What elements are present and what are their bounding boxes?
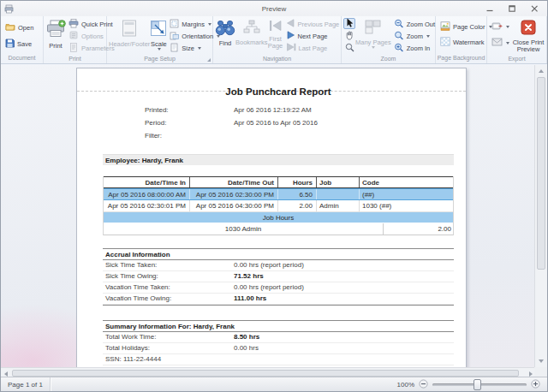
many-pages-icon <box>364 20 383 38</box>
next-page-button[interactable]: Next Page <box>283 30 342 42</box>
scale-button[interactable]: Scale <box>150 18 167 54</box>
window-title: Preview <box>1 5 547 13</box>
meta-value: Apr 05 2016 to Apr 05 2016 <box>234 118 318 128</box>
meta-row-filter: Filter: <box>103 131 454 140</box>
magnifier-tool-button[interactable] <box>343 42 355 53</box>
quick-print-icon <box>68 19 79 30</box>
job-total-name: 1030 Admin <box>104 223 384 235</box>
table-row-selected[interactable]: Apr 05 2016 08:00:00 AM Apr 05 2016 02:3… <box>104 188 453 200</box>
ribbon-group-zoom: Many Pages Zoom Out Zoom Zoom In <box>342 16 436 63</box>
save-icon <box>5 39 15 50</box>
zoom-out-button[interactable]: Zoom Out <box>391 18 438 30</box>
page-indicator: Page 1 of 1 <box>1 377 51 391</box>
zoom-increase-button[interactable] <box>531 379 540 390</box>
zoom-icon <box>394 31 404 42</box>
column-header: Job <box>317 177 360 187</box>
summary-section: Summary Information For: Hardy, Frank To… <box>103 320 454 367</box>
minimize-button[interactable] <box>479 1 501 15</box>
many-pages-dropdown-arrow <box>372 46 375 49</box>
preview-client-area[interactable]: Job Punchcard Report Printed: Apr 06 201… <box>1 65 547 367</box>
job-hours-band: Job Hours <box>104 212 453 223</box>
scroll-up-arrow-icon[interactable] <box>539 69 544 73</box>
cell-time-in: Apr 05 2016 02:30:01 PM <box>104 200 190 211</box>
meta-label: Filter: <box>145 131 162 140</box>
cell-hours: 6.50 <box>278 189 317 199</box>
export-document-icon <box>491 21 503 33</box>
save-button[interactable]: Save <box>3 38 36 50</box>
last-page-icon <box>286 43 296 53</box>
window-controls <box>479 1 545 16</box>
summary-row: Total Work Time: 8.50 hrs <box>103 332 454 343</box>
size-dropdown-arrow <box>198 47 201 50</box>
send-via-email-button[interactable] <box>489 37 512 49</box>
report-page: Job Punchcard Report Printed: Apr 06 201… <box>76 68 467 367</box>
parameters-icon <box>68 43 79 54</box>
cell-time-in: Apr 05 2016 08:00:00 AM <box>104 189 190 199</box>
watermark-icon <box>440 37 450 48</box>
accrual-section-title: Accrual Information <box>103 248 454 260</box>
first-page-button[interactable]: First Page <box>268 18 283 54</box>
scale-icon <box>150 20 167 39</box>
margins-icon <box>170 19 179 30</box>
page-setup-dialog-launcher[interactable] <box>207 58 211 62</box>
previous-page-button[interactable]: Previous Page <box>283 18 342 30</box>
zoom-in-icon <box>394 43 404 54</box>
table-row[interactable]: Apr 05 2016 02:30:01 PM Apr 05 2016 04:3… <box>104 200 453 212</box>
accrual-row: Vacation Time Taken: 0.00 hrs (report pe… <box>103 282 454 294</box>
ribbon-group-document: Open Save Document <box>1 16 44 63</box>
page-color-button[interactable]: Page Color <box>438 21 495 33</box>
next-page-icon <box>286 31 295 41</box>
horizontal-scrollbar-thumb[interactable] <box>12 370 519 377</box>
report-title: Job Punchcard Report <box>103 86 454 97</box>
send-email-dropdown-arrow <box>506 42 509 45</box>
many-pages-button[interactable]: Many Pages <box>355 18 391 54</box>
find-button[interactable]: Find <box>215 18 235 54</box>
bookmarks-icon <box>243 20 260 38</box>
maximize-button[interactable] <box>501 1 523 15</box>
header-footer-button[interactable]: Header/Footer <box>109 18 150 54</box>
cell-time-out: Apr 05 2016 02:30:00 PM <box>190 189 278 199</box>
scale-dropdown-arrow <box>158 48 161 50</box>
previous-page-icon <box>286 19 295 29</box>
titlebar: Preview <box>1 1 547 16</box>
column-header: Hours <box>278 177 317 187</box>
bookmarks-button[interactable]: Bookmarks <box>235 18 268 54</box>
last-page-button[interactable]: Last Page <box>283 42 342 54</box>
group-label-export: Export <box>487 54 546 63</box>
print-button[interactable]: Print <box>45 18 66 54</box>
zoom-decrease-button[interactable] <box>419 379 428 390</box>
close-print-preview-button[interactable]: Close Print Preview <box>512 18 545 54</box>
meta-value: Apr 06 2016 12:19:22 AM <box>234 105 312 115</box>
open-button[interactable]: Open <box>3 21 36 33</box>
orientation-icon <box>170 31 179 42</box>
ribbon: Open Save Document Print <box>1 16 547 64</box>
group-label-navigation: Navigation <box>213 54 341 63</box>
close-button[interactable] <box>523 1 545 15</box>
header-footer-icon <box>121 20 138 39</box>
open-folder-icon <box>5 22 15 33</box>
meta-label: Printed: <box>145 105 169 115</box>
ribbon-group-navigation: Find Bookmarks First Page Previous Page <box>213 16 342 63</box>
zoom-dropdown-arrow <box>426 35 430 38</box>
find-binoculars-icon <box>215 20 235 39</box>
zoom-in-button[interactable]: Zoom In <box>391 42 438 54</box>
vertical-scrollbar-thumb[interactable] <box>537 77 545 270</box>
send-email-icon <box>491 38 503 48</box>
cell-code: (##) <box>360 189 453 199</box>
watermark-button[interactable]: Watermark <box>438 36 495 48</box>
report-content: Job Punchcard Report Printed: Apr 06 201… <box>103 68 454 367</box>
export-document-dropdown-arrow <box>506 26 509 28</box>
zoom-menu-button[interactable]: Zoom <box>391 30 438 42</box>
ribbon-group-export: Close Print Preview Export <box>487 16 547 63</box>
table-header-row: Date/Time In Date/Time Out Hours Job Cod… <box>104 176 453 188</box>
export-document-button[interactable] <box>489 21 512 33</box>
vertical-scrollbar[interactable] <box>534 65 547 367</box>
scroll-down-arrow-icon[interactable] <box>539 359 544 363</box>
zoom-slider-thumb[interactable] <box>474 379 481 390</box>
ribbon-group-page-background: Page Color Watermark Page Background <box>436 16 487 63</box>
print-icon <box>45 20 66 41</box>
meta-label: Period: <box>145 118 166 128</box>
column-header: Date/Time In <box>104 177 190 187</box>
first-page-icon <box>268 20 283 34</box>
zoom-slider[interactable] <box>432 383 527 386</box>
